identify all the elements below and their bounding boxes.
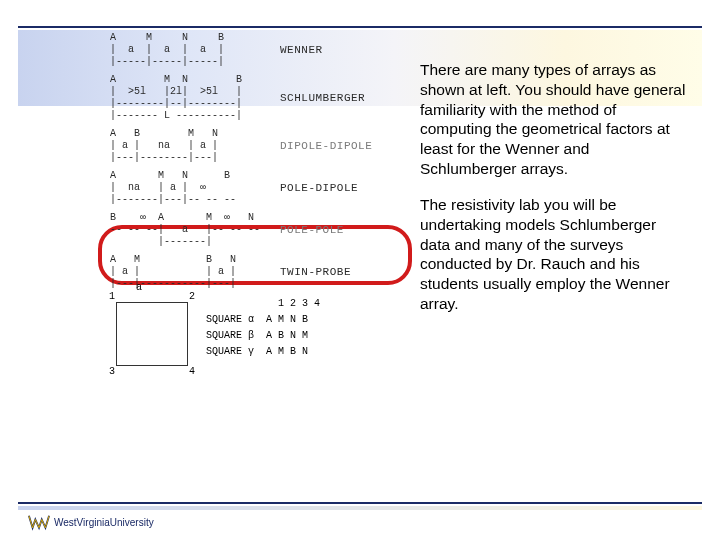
square-row-name: SQUARE β <box>206 330 254 341</box>
body-text: There are many types of arrays as shown … <box>420 60 690 330</box>
square-row-name: SQUARE α <box>206 314 254 325</box>
flying-wv-icon <box>28 514 50 530</box>
wvu-logo: WestVirginiaUniversity <box>28 514 154 530</box>
array-schlumberger: A M N B | >5l |2l| >5l | |--------|--|--… <box>110 74 410 122</box>
array-label: SCHLUMBERGER <box>270 92 365 104</box>
array-square: a 1 2 3 4 1 2 3 4 SQUARE α A M N B SQUAR… <box>110 296 410 366</box>
square-row-order: A M N B <box>266 314 308 325</box>
square-corner-4: 4 <box>189 366 195 377</box>
array-diagram-column: A M N B | a | a | a | |-----|-----|-----… <box>110 32 410 366</box>
square-row-order: A M B N <box>266 346 308 357</box>
array-wenner: A M N B | a | a | a | |-----|-----|-----… <box>110 32 410 68</box>
square-row-name: SQUARE γ <box>206 346 254 357</box>
schematic: A M N B | na | a | ∞ |-------|---|-- -- … <box>110 170 270 206</box>
slide: A M N B | a | a | a | |-----|-----|-----… <box>0 0 720 540</box>
footer-divider <box>18 502 702 504</box>
schematic: A M N B | >5l |2l| >5l | |--------|--|--… <box>110 74 270 122</box>
array-label: POLE-POLE <box>270 224 344 236</box>
array-dipole-dipole: A B M N | a | na | a | |---|--------|---… <box>110 128 410 164</box>
square-corner-2: 2 <box>189 291 195 302</box>
square-corner-1: 1 <box>109 291 115 302</box>
square-header: 1 2 3 4 <box>206 296 320 312</box>
array-label: TWIN-PROBE <box>270 266 351 278</box>
schematic: B ∞ A M ∞ N -- -- --| a |-- -- -- |-----… <box>110 212 270 248</box>
schematic: A B M N | a | na | a | |---|--------|---… <box>110 128 270 164</box>
square-side-label: a <box>136 282 142 293</box>
square-corner-3: 3 <box>109 366 115 377</box>
array-label: POLE-DIPOLE <box>270 182 358 194</box>
array-twin-probe: A M B N | a | | a | |---|-----------|---… <box>110 254 410 290</box>
paragraph-2: The resistivity lab you will be undertak… <box>420 195 690 314</box>
schematic: A M N B | a | a | a | |-----|-----|-----… <box>110 32 270 68</box>
array-label: DIPOLE-DIPOLE <box>270 140 372 152</box>
array-pole-dipole: A M N B | na | a | ∞ |-------|---|-- -- … <box>110 170 410 206</box>
array-pole-pole: B ∞ A M ∞ N -- -- --| a |-- -- -- |-----… <box>110 212 410 248</box>
university-name: WestVirginiaUniversity <box>54 517 154 528</box>
paragraph-1: There are many types of arrays as shown … <box>420 60 690 179</box>
array-label: WENNER <box>270 44 323 56</box>
square-box: 1 2 3 4 <box>116 302 188 366</box>
schematic: A M B N | a | | a | |---|-----------|---… <box>110 254 270 290</box>
square-row-order: A B N M <box>266 330 308 341</box>
